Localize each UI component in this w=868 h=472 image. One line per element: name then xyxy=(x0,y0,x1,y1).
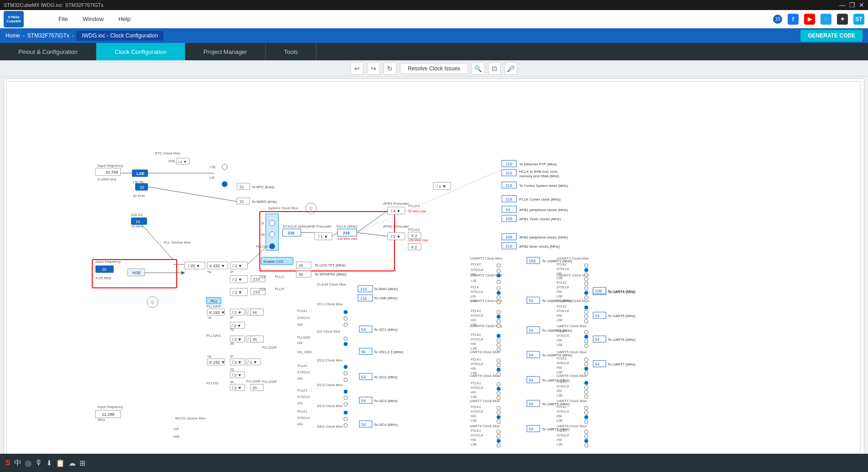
svg-text:/ 1 ▼: / 1 ▼ xyxy=(247,360,257,365)
svg-text:HSI: HSI xyxy=(297,402,303,405)
download-icon[interactable]: ⬇ xyxy=(46,459,52,467)
svg-text:MHz: MHz xyxy=(98,418,105,422)
svg-text:UART7 Clock Mux: UART7 Clock Mux xyxy=(470,399,500,403)
svg-point-370 xyxy=(584,277,588,281)
svg-text:HSI: HSI xyxy=(557,389,562,392)
zoom-fit-button[interactable]: ⊡ xyxy=(488,62,501,75)
svg-text:/ 1 ▼: / 1 ▼ xyxy=(318,234,328,239)
svg-point-328 xyxy=(497,363,500,367)
svg-text:UART4 Clock Mux: UART4 Clock Mux xyxy=(557,324,587,328)
app-title: STM32CubeMX IWDG.ioc: STM32F767IGTx xyxy=(4,2,104,8)
stools-icon-s[interactable]: S xyxy=(5,459,11,467)
menu-file[interactable]: File xyxy=(51,16,75,22)
svg-text:216: 216 xyxy=(253,290,260,294)
svg-point-392 xyxy=(584,335,588,339)
cloud-icon[interactable]: ☁ xyxy=(68,459,76,467)
svg-text:/R: /R xyxy=(230,380,234,384)
svg-text:To I2C1 (MHz): To I2C1 (MHz) xyxy=(374,328,398,332)
menu-help[interactable]: Help xyxy=(111,16,138,22)
svg-point-288 xyxy=(344,390,347,393)
svg-text:LSE: LSE xyxy=(471,443,477,446)
svg-point-329 xyxy=(497,368,500,371)
tab-clock[interactable]: Clock Configuration xyxy=(96,43,185,60)
svg-text:SYSCLK: SYSCLK xyxy=(557,286,569,289)
svg-text:96: 96 xyxy=(299,272,303,277)
svg-text:APB1 Prescaler: APB1 Prescaler xyxy=(383,202,409,206)
svg-text:USART1 Clock Mux: USART1 Clock Mux xyxy=(557,256,589,260)
svg-text:LSE: LSE xyxy=(137,171,145,176)
twitter-icon[interactable]: 🐦 xyxy=(821,14,831,25)
svg-text:PLLO: PLLO xyxy=(275,275,284,279)
svg-point-281 xyxy=(344,317,347,320)
svg-text:HSI: HSI xyxy=(557,366,562,369)
svg-point-385 xyxy=(584,315,588,318)
svg-text:HSI: HSI xyxy=(471,273,476,276)
svg-text:APB2 peripheral clocks (MHz): APB2 peripheral clocks (MHz) xyxy=(519,235,568,239)
notification-badge[interactable]: 10 xyxy=(773,15,782,24)
svg-text:SYSCLK: SYSCLK xyxy=(557,334,569,337)
svg-text:Input frequency: Input frequency xyxy=(98,405,123,409)
svg-text:LSE: LSE xyxy=(471,371,477,375)
language-icon[interactable]: 中 xyxy=(14,458,21,468)
svg-text:To I2C3 (MHz): To I2C3 (MHz) xyxy=(374,399,398,403)
svg-text:32 KHz: 32 KHz xyxy=(133,194,145,198)
svg-text:PCLK2: PCLK2 xyxy=(471,333,481,336)
zoom-out-button[interactable]: 🔎 xyxy=(505,62,517,75)
tab-pinout[interactable]: Pinout & Configuration xyxy=(0,43,96,60)
svg-text:LSE: LSE xyxy=(557,419,563,422)
restore-button[interactable]: ❐ xyxy=(849,1,855,9)
refresh-button[interactable]: ↻ xyxy=(384,62,396,75)
svg-text:Enable CSS: Enable CSS xyxy=(263,260,284,264)
tab-project-manager[interactable]: Project Manager xyxy=(185,43,266,60)
close-button[interactable]: ✕ xyxy=(859,1,864,9)
svg-text:PCLK2: PCLK2 xyxy=(471,263,481,266)
svg-text:CLK48 Clock Mux: CLK48 Clock Mux xyxy=(317,282,346,286)
svg-point-287 xyxy=(344,378,347,382)
svg-text:108 MHz max: 108 MHz max xyxy=(408,239,428,242)
network-icon[interactable]: ✦ xyxy=(837,14,848,25)
svg-point-346 xyxy=(497,420,500,424)
svg-text:SYSCLK: SYSCLK xyxy=(471,410,484,413)
svg-point-335 xyxy=(497,382,500,386)
minimize-button[interactable]: — xyxy=(839,1,846,9)
svg-text:②: ② xyxy=(309,206,313,211)
svg-point-400 xyxy=(584,362,588,366)
zoom-search-button[interactable]: 🔍 xyxy=(472,62,484,75)
svg-text:HSI: HSI xyxy=(297,377,303,380)
svg-point-426 xyxy=(584,444,588,447)
crumb-home[interactable]: Home xyxy=(5,32,20,39)
target-icon[interactable]: ◎ xyxy=(25,459,32,467)
svg-text:To I2C4 (MHz): To I2C4 (MHz) xyxy=(374,423,398,427)
crumb-device[interactable]: STM32F767IGTx xyxy=(27,32,69,39)
youtube-icon[interactable]: ▶ xyxy=(804,14,815,25)
svg-text:PCLK1: PCLK1 xyxy=(557,329,567,333)
facebook-icon[interactable]: f xyxy=(788,14,799,25)
tab-tools[interactable]: Tools xyxy=(266,43,316,60)
svg-text:HSI: HSI xyxy=(297,423,303,426)
svg-text:To I2C2 (MHz): To I2C2 (MHz) xyxy=(374,375,398,379)
resolve-clock-button[interactable]: Resolve Clock Issues xyxy=(400,63,468,74)
svg-text:HSI: HSI xyxy=(557,438,562,441)
svg-text:①: ① xyxy=(150,300,154,305)
svg-text:To Ethernet PTP (MHz): To Ethernet PTP (MHz) xyxy=(519,162,557,166)
svg-text:54: 54 xyxy=(529,378,533,382)
copy-icon[interactable]: 📋 xyxy=(56,459,65,467)
svg-text:32: 32 xyxy=(239,185,244,189)
generate-code-button[interactable]: GENERATE CODE xyxy=(800,30,863,42)
svg-text:PLL Source Mux: PLL Source Mux xyxy=(164,240,191,244)
svg-text:/Q: /Q xyxy=(230,367,234,371)
crumb-current: IWDG.ioc - Clock Configuration xyxy=(76,31,163,41)
st-icon[interactable]: ST xyxy=(853,14,864,25)
window-controls[interactable]: — ❐ ✕ xyxy=(839,1,864,9)
svg-text:/ 2 ▼: / 2 ▼ xyxy=(232,373,242,377)
svg-text:PLLI2SR: PLLI2SR xyxy=(246,379,261,383)
redo-button[interactable]: ↪ xyxy=(367,62,380,75)
grid-icon[interactable]: ⊞ xyxy=(79,459,85,467)
svg-text:SAI1 Clock Mux: SAI1 Clock Mux xyxy=(317,424,343,429)
svg-point-408 xyxy=(584,386,588,389)
menu-window[interactable]: Window xyxy=(75,16,111,22)
undo-button[interactable]: ↩ xyxy=(351,62,363,75)
mic-icon[interactable]: 🎙 xyxy=(35,459,42,467)
svg-text:LSE: LSE xyxy=(557,371,563,374)
svg-point-344 xyxy=(497,411,500,414)
